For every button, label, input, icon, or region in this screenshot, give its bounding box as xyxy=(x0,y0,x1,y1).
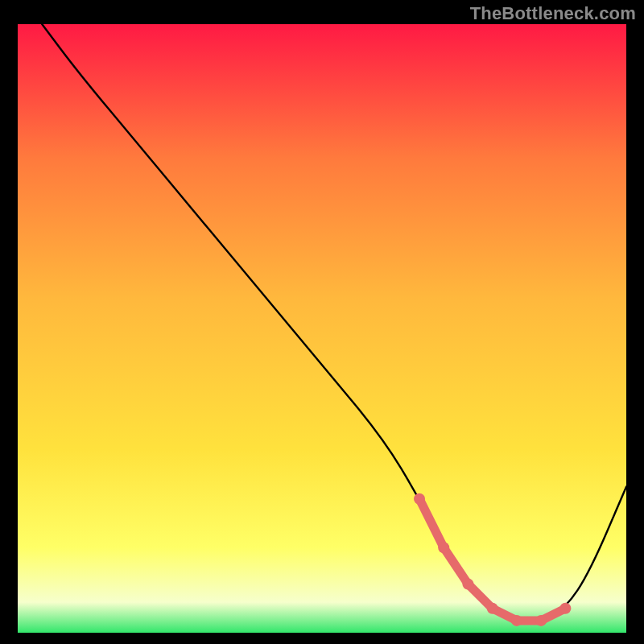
watermark-text: TheBottleneck.com xyxy=(470,3,636,24)
chart-svg xyxy=(18,24,626,633)
gradient-rect xyxy=(18,24,626,633)
highlight-dot xyxy=(487,603,498,614)
highlight-dot xyxy=(462,579,473,590)
highlight-dot xyxy=(438,542,449,553)
gradient-plot xyxy=(18,24,626,633)
highlight-dot xyxy=(535,615,547,626)
highlight-dot xyxy=(559,603,571,614)
highlight-dot xyxy=(511,615,522,626)
chart-container: TheBottleneck.com xyxy=(0,0,644,644)
highlight-dot xyxy=(414,493,425,505)
